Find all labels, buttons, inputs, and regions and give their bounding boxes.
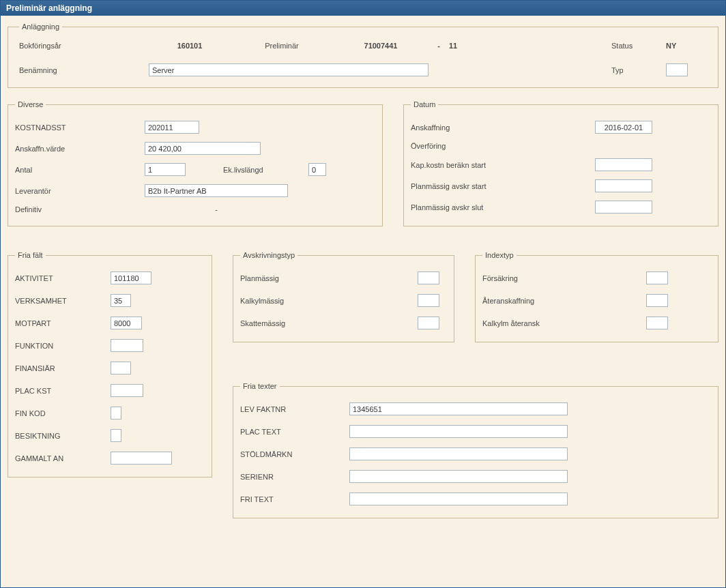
friafalt-label: BESIKTNING: [15, 432, 111, 440]
avskrivningstyp-label: Kalkylmässig: [240, 297, 418, 305]
avskrivningstyp-input[interactable]: [418, 294, 439, 307]
friatexer-label: STÖLDMÄRKN: [240, 450, 349, 458]
dash-value: 11: [449, 42, 483, 50]
legend-datum: Datum: [411, 100, 438, 108]
friatexer-input[interactable]: [349, 447, 568, 460]
planslut-label: Planmässig avskr slut: [411, 203, 595, 211]
preliminar-value: 71007441: [333, 42, 429, 50]
status-value: NY: [666, 42, 707, 50]
friatexer-input[interactable]: [349, 493, 568, 505]
friafalt-input[interactable]: [111, 429, 121, 442]
indextyp-row: Kalkylm återansk: [482, 317, 711, 329]
friafalt-input[interactable]: [111, 407, 121, 420]
friatexer-label: PLAC TEXT: [240, 428, 349, 436]
friafalt-label: FUNKTION: [15, 342, 111, 350]
kostnadsst-label: KOSTNADSST: [15, 123, 145, 132]
friafalt-input[interactable]: [111, 384, 143, 397]
planstart-label: Planmässig avskr start: [411, 182, 595, 190]
friafalt-label: AKTIVITET: [15, 274, 111, 282]
indextyp-row: Försäkring: [482, 271, 711, 284]
indextyp-label: Återanskaffning: [482, 297, 646, 305]
status-label: Status: [611, 42, 666, 50]
friatexer-label: FRI TEXT: [240, 495, 349, 503]
friatexer-input[interactable]: [349, 402, 568, 415]
avskrivningstyp-row: Skattemässig: [240, 317, 447, 329]
friatexer-row: LEV FAKTNR: [240, 402, 711, 415]
friafalt-row: GAMMALT AN: [15, 452, 205, 465]
eklivslangd-input[interactable]: [308, 163, 326, 176]
eklivslangd-label: Ek.livslängd: [186, 166, 308, 174]
fieldset-indextyp: Indextyp FörsäkringÅteranskaffningKalkyl…: [475, 251, 718, 342]
kostnadsst-input[interactable]: [145, 121, 199, 134]
window: Preliminär anläggning Anläggning Bokföri…: [0, 0, 726, 588]
friatexer-row: SERIENR: [240, 470, 711, 483]
window-title: Preliminär anläggning: [6, 3, 92, 13]
friafalt-row: FUNKTION: [15, 339, 205, 352]
friafalt-label: FIN KOD: [15, 409, 111, 417]
friatexer-input[interactable]: [349, 425, 568, 438]
fieldset-datum: Datum Anskaffning Överföring Kap.kostn b…: [403, 100, 718, 226]
friatexer-row: FRI TEXT: [240, 493, 711, 505]
legend-anlaggning: Anläggning: [19, 23, 62, 31]
anskaffning-label: Anskaffning: [411, 123, 595, 132]
friafalt-label: VERKSAMHET: [15, 297, 111, 305]
titlebar: Preliminär anläggning: [1, 1, 725, 16]
definitiv-value: -: [145, 205, 288, 214]
typ-input[interactable]: [666, 63, 688, 76]
legend-friatexer: Fria texter: [240, 382, 280, 390]
legend-diverse: Diverse: [15, 100, 46, 108]
indextyp-input[interactable]: [646, 317, 668, 329]
friafalt-label: GAMMALT AN: [15, 454, 111, 462]
avskrivningstyp-row: Kalkylmässig: [240, 294, 447, 307]
typ-label: Typ: [611, 66, 666, 74]
friafalt-row: VERKSAMHET: [15, 294, 205, 307]
overforing-label: Överföring: [411, 142, 595, 150]
friafalt-input[interactable]: [111, 294, 131, 307]
friafalt-label: FINANSIÄR: [15, 364, 111, 372]
leverantor-label: Leverantör: [15, 187, 145, 195]
friatexer-label: LEV FAKTNR: [240, 405, 349, 413]
fieldset-friafalt: Fria fält AKTIVITETVERKSAMHETMOTPARTFUNK…: [8, 251, 212, 477]
anskaffnvarde-input[interactable]: [145, 142, 261, 155]
kapkostn-label: Kap.kostn beräkn start: [411, 161, 595, 169]
avskrivningstyp-row: Planmässig: [240, 271, 447, 284]
antal-input[interactable]: [145, 163, 186, 176]
avskrivningstyp-input[interactable]: [418, 317, 439, 329]
legend-indextyp: Indextyp: [482, 251, 517, 259]
dash: -: [429, 42, 449, 50]
friafalt-input[interactable]: [111, 452, 172, 465]
avskrivningstyp-label: Planmässig: [240, 274, 418, 282]
fieldset-diverse: Diverse KOSTNADSST Anskaffn.värde Antal …: [8, 100, 383, 226]
friafalt-label: MOTPART: [15, 319, 111, 327]
friafalt-row: FIN KOD: [15, 407, 205, 420]
friafalt-input[interactable]: [111, 271, 151, 284]
friafalt-input[interactable]: [111, 317, 142, 329]
anskaffnvarde-label: Anskaffn.värde: [15, 145, 145, 153]
fieldset-friatexer: Fria texter LEV FAKTNRPLAC TEXTSTÖLDMÄRK…: [233, 382, 718, 518]
benamning-input[interactable]: [149, 63, 429, 76]
friafalt-input[interactable]: [111, 339, 143, 352]
indextyp-label: Försäkring: [482, 274, 646, 282]
anlaggning-row1: Bokföringsår 160101 Preliminär 71007441 …: [19, 42, 707, 50]
benamning-label: Benämning: [19, 66, 149, 74]
anlaggning-row2: Benämning Typ: [19, 63, 707, 76]
friafalt-row: FINANSIÄR: [15, 362, 205, 374]
indextyp-row: Återanskaffning: [482, 294, 711, 307]
kapkostn-input[interactable]: [595, 158, 652, 171]
legend-friafalt: Fria fält: [15, 251, 46, 259]
friafalt-row: PLAC KST: [15, 384, 205, 397]
friafalt-row: BESIKTNING: [15, 429, 205, 442]
anskaffning-input[interactable]: [595, 121, 652, 134]
friatexer-input[interactable]: [349, 470, 568, 483]
friatexer-label: SERIENR: [240, 473, 349, 481]
friafalt-row: MOTPART: [15, 317, 205, 329]
indextyp-input[interactable]: [646, 294, 668, 307]
friatexer-row: PLAC TEXT: [240, 425, 711, 438]
leverantor-input[interactable]: [145, 184, 288, 197]
planstart-input[interactable]: [595, 179, 652, 192]
friafalt-input[interactable]: [111, 362, 131, 374]
planslut-input[interactable]: [595, 201, 652, 214]
avskrivningstyp-input[interactable]: [418, 271, 439, 284]
indextyp-input[interactable]: [646, 271, 668, 284]
fieldset-anlaggning: Anläggning Bokföringsår 160101 Preliminä…: [8, 23, 718, 88]
